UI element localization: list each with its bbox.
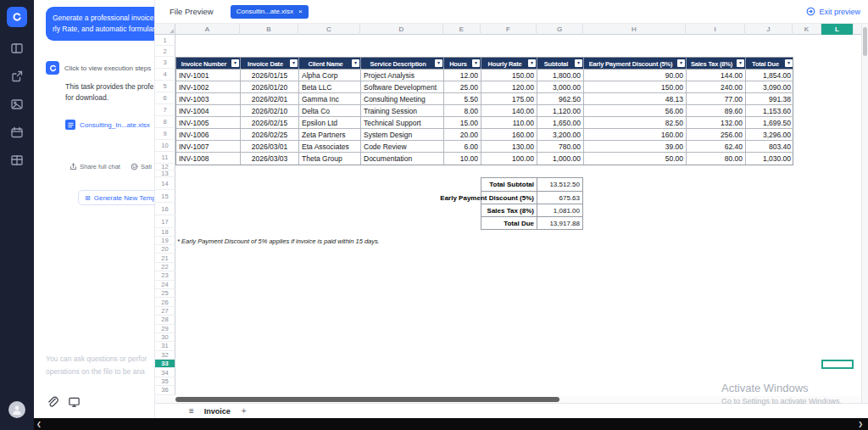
cell[interactable]: 144.00: [687, 70, 746, 81]
column-header-cell[interactable]: Hourly Rate▾: [481, 58, 537, 70]
row-header-22[interactable]: 22: [155, 263, 175, 271]
row-header-23[interactable]: 23: [155, 271, 175, 280]
vertical-scrollbar-thumb[interactable]: [863, 27, 867, 56]
row-header-15[interactable]: 15: [155, 190, 175, 203]
selected-cell[interactable]: [821, 360, 854, 369]
cell[interactable]: Documentation: [361, 153, 444, 165]
cell[interactable]: Consulting Meeting: [361, 93, 444, 105]
summary-value[interactable]: 13,512.50: [537, 178, 582, 191]
add-sheet-icon[interactable]: +: [242, 406, 247, 416]
row-header-17[interactable]: 17: [155, 215, 175, 228]
cell[interactable]: 110.00: [481, 117, 537, 129]
column-header-G[interactable]: G: [537, 24, 583, 35]
cell[interactable]: 803.40: [746, 141, 793, 153]
user-avatar[interactable]: [8, 401, 25, 418]
column-header-B[interactable]: B: [240, 24, 298, 35]
summary-value[interactable]: 1,081.00: [537, 204, 582, 216]
cell[interactable]: 12.00: [444, 70, 481, 81]
cell[interactable]: 2026/01/15: [241, 70, 299, 81]
filter-dropdown-icon[interactable]: ▾: [737, 59, 744, 67]
cell[interactable]: 25.00: [444, 81, 481, 93]
column-header-K[interactable]: K: [793, 24, 821, 35]
sheet-canvas[interactable]: Invoice Number▾Invoice Date▾Client Name▾…: [175, 35, 861, 395]
cell[interactable]: 2026/01/20: [241, 81, 299, 93]
cell[interactable]: Technical Support: [361, 117, 444, 129]
column-header-H[interactable]: H: [583, 24, 686, 35]
row-header-5[interactable]: 5: [155, 81, 175, 92]
share-full-chat-button[interactable]: Share full chat: [70, 163, 120, 170]
row-header-10[interactable]: 10: [155, 140, 175, 152]
cell[interactable]: Beta LLC: [299, 81, 361, 93]
screen-capture-icon[interactable]: [68, 395, 81, 408]
column-header-cell[interactable]: Invoice Date▾: [241, 58, 299, 70]
row-header-20[interactable]: 20: [155, 245, 175, 254]
cell[interactable]: 240.00: [687, 81, 746, 93]
cell[interactable]: 39.00: [584, 141, 687, 153]
gallery-icon[interactable]: [10, 98, 24, 111]
row-header-21[interactable]: 21: [155, 254, 175, 262]
cell[interactable]: 3,090.00: [746, 81, 793, 93]
cell[interactable]: Alpha Corp: [299, 70, 361, 81]
cell[interactable]: 160.00: [584, 129, 687, 141]
export-icon[interactable]: [10, 70, 24, 83]
row-header-35[interactable]: 35: [155, 377, 175, 386]
column-header-cell[interactable]: Sales Tax (8%)▾: [687, 58, 746, 70]
row-header-24[interactable]: 24: [155, 281, 175, 289]
file-attachment-chip[interactable]: Consulting_In...ate.xlsx: [65, 120, 150, 130]
cell[interactable]: 3,000.00: [537, 81, 584, 93]
row-header-26[interactable]: 26: [155, 298, 175, 306]
column-header-F[interactable]: F: [481, 24, 537, 35]
cell[interactable]: 780.00: [537, 141, 584, 153]
cell[interactable]: 3,200.00: [537, 129, 584, 141]
collapse-panel-icon[interactable]: ❮: [36, 421, 42, 427]
cell[interactable]: 90.00: [584, 70, 687, 81]
satisfied-button[interactable]: Sati: [131, 163, 152, 170]
column-header-cell[interactable]: Invoice Number▾: [176, 58, 241, 70]
cell[interactable]: Eta Associates: [299, 141, 361, 153]
cell[interactable]: INV-1004: [176, 105, 241, 117]
cell[interactable]: 3,296.00: [746, 129, 793, 141]
summary-label[interactable]: Sales Tax (8%): [481, 204, 537, 216]
cell[interactable]: 5.50: [444, 93, 481, 105]
cell[interactable]: INV-1007: [176, 141, 241, 153]
cell[interactable]: 1,854.00: [746, 70, 793, 81]
row-header-11[interactable]: 11: [155, 152, 175, 164]
cell[interactable]: Code Review: [361, 141, 444, 153]
filter-dropdown-icon[interactable]: ▾: [352, 59, 359, 67]
row-header-31[interactable]: 31: [155, 342, 175, 350]
cell[interactable]: Epsilon Ltd: [299, 117, 361, 129]
cell[interactable]: 2026/02/25: [241, 129, 299, 141]
cell[interactable]: Project Analysis: [361, 70, 444, 81]
filter-dropdown-icon[interactable]: ▾: [785, 59, 793, 67]
row-header-9[interactable]: 9: [155, 128, 175, 140]
cell[interactable]: 1,120.00: [537, 105, 584, 117]
cell[interactable]: 50.00: [584, 153, 687, 165]
cell[interactable]: 962.50: [537, 93, 584, 105]
summary-value[interactable]: 675.63: [537, 192, 582, 204]
cell[interactable]: 160.00: [481, 129, 537, 141]
row-header-33[interactable]: 33: [155, 360, 175, 368]
cell[interactable]: INV-1008: [176, 153, 241, 165]
cell[interactable]: 2026/02/01: [241, 93, 299, 105]
sheet-list-icon[interactable]: ≡: [189, 406, 194, 416]
row-header-4[interactable]: 4: [155, 69, 175, 81]
cell[interactable]: System Design: [361, 129, 444, 141]
cell[interactable]: 150.00: [481, 70, 537, 81]
cell[interactable]: 256.00: [687, 129, 746, 141]
summary-label[interactable]: Early Payment Discount (5%): [481, 192, 537, 204]
execution-steps-row[interactable]: Click to view execution steps: [46, 61, 151, 75]
calendar-icon[interactable]: [10, 126, 24, 139]
row-header-29[interactable]: 29: [155, 325, 175, 333]
table-icon[interactable]: [10, 154, 24, 167]
column-header-I[interactable]: I: [686, 24, 745, 35]
cell[interactable]: Zeta Partners: [299, 129, 361, 141]
cell[interactable]: 82.50: [584, 117, 687, 129]
horizontal-scrollbar[interactable]: [155, 396, 861, 403]
row-header-7[interactable]: 7: [155, 104, 175, 116]
filter-dropdown-icon[interactable]: ▾: [575, 59, 582, 67]
summary-value[interactable]: 13,917.88: [537, 217, 582, 229]
cell[interactable]: Software Development: [361, 81, 444, 93]
cell[interactable]: 140.00: [481, 105, 537, 117]
vertical-scrollbar[interactable]: [861, 24, 868, 403]
horizontal-scrollbar-thumb[interactable]: [175, 397, 559, 402]
